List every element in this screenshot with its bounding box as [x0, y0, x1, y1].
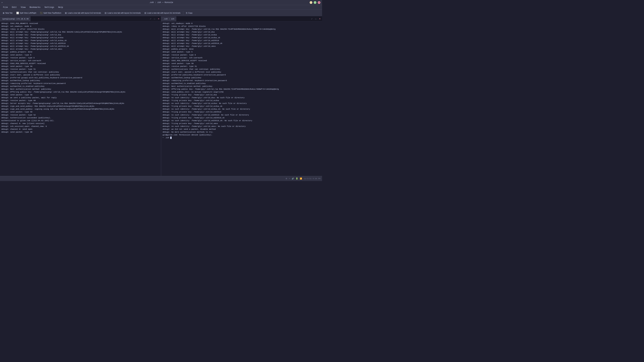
terminal-line: debug1: Authentications that can continu… — [162, 68, 321, 71]
tab-close-button-right[interactable]: ✕ — [318, 17, 322, 21]
terminal-line: debug1: Will attempt key: /home/gly/.ssh… — [162, 28, 321, 31]
tab-right-title: .ssh : zsh — [163, 18, 174, 20]
main-area: (gongluyang) 172.18.8.40 ⤢ □ ✕ debug1: S… — [0, 16, 322, 176]
layout-2x2-label: Load a new tab with layout 2x2 terminals — [68, 12, 101, 14]
terminal-line: debug1: Next authentication method: publ… — [162, 85, 321, 88]
plus-icon: ⊕ — [3, 12, 4, 14]
terminal-line: debug2: pubkey_prepare: done — [162, 48, 321, 51]
terminal-line: debug2: set_newkeys: mode 0 — [1, 25, 160, 28]
terminal-line: debug2: ssh_session2_open: channel_new: … — [1, 125, 160, 128]
terminal-line: debug3: sign_and_send_pubkey: RSA SHA256… — [1, 105, 160, 108]
tab-maximize-button-right[interactable]: □ — [314, 17, 318, 21]
terminal-line: debug3: preferred publickey,keyboard-int… — [162, 73, 321, 76]
title-bar: ▶ .ssh : zsh — Konsole ─ □ ✕ — [0, 0, 322, 5]
terminal-line: debug1: Trying private key: /home/gly/.s… — [162, 111, 321, 113]
tab-detach-button-right[interactable]: ⤢ — [310, 17, 313, 21]
status-system: 🖥 — [285, 177, 287, 180]
terminal-line: debug3: no such identity: /home/gly/.ssh… — [162, 114, 321, 116]
tab-bar-right: .ssh : zsh ⤢ □ ✕ — [161, 16, 322, 21]
terminal-line: debug3: receive packet: type 6 — [1, 56, 160, 59]
terminal-line: debug3: we sent a publickey packet, wait… — [1, 96, 160, 99]
menu-file[interactable]: File — [1, 6, 10, 9]
terminal-line: debug3: remaining preferred: keyboard-in… — [162, 79, 321, 82]
terminal-line: git@gitee.com: Permission denied (public… — [162, 134, 321, 136]
terminal-line: debug1: Will attempt key: /home/gly/.ssh… — [162, 42, 321, 45]
split-tb-icon: ⬛ — [40, 12, 42, 14]
layout-2x2-button[interactable]: ⊞ Load a new tab with layout 2x2 termina… — [63, 10, 103, 15]
maximize-button[interactable]: □ — [314, 1, 316, 4]
terminal-line: debug3: preferred gssapi-with-mic,public… — [1, 76, 160, 79]
terminal-line: debug1: Trying private key: /home/gly/.s… — [162, 116, 321, 119]
split-view-lr-button[interactable]: ⬜ Split View Left/Right — [14, 10, 38, 15]
layout-2x1-button-2[interactable]: ⊟ Load a new tab with layout 2x1 termina… — [143, 10, 182, 15]
status-network: 📶 — [300, 177, 302, 180]
tab-left[interactable]: (gongluyang) 172.18.8.40 — [0, 16, 31, 21]
menu-settings[interactable]: Settings — [43, 6, 56, 9]
terminal-line: debug3: receive packet: type 60 — [1, 99, 160, 102]
window-icon: ▶ — [2, 1, 3, 3]
terminal-line: debug3: receive packet: type 6 — [162, 54, 321, 56]
terminal-line: debug1: Will attempt key: /home/gongluya… — [1, 33, 160, 36]
copy-button[interactable]: ⎘ Copy — [184, 10, 194, 15]
terminal-line: debug1: Will attempt key: /home/gly/.ssh… — [162, 36, 321, 39]
terminal-line: debug3: authmethod_is_enabled publickey — [162, 82, 321, 85]
terminal-line: debug1: SSH2_MSG_NEWKEYS received — [1, 22, 160, 25]
tab-maximize-button-left[interactable]: □ — [153, 17, 156, 21]
menu-view[interactable]: View — [19, 6, 27, 9]
terminal-line: debug3: receive packet: type 51 — [1, 68, 160, 71]
terminal-line: debug3: send packet: type 5 — [1, 54, 160, 56]
tab-close-button-left[interactable]: ✕ — [157, 17, 160, 21]
terminal-line: debug1: SSH2_MSG_SERVICE_ACCEPT received — [162, 59, 321, 62]
terminal-line: debug2: pubkey_prepare: done — [1, 51, 160, 53]
datetime-text: 11/2/21 8:36 PM — [304, 178, 320, 180]
layout-2x1-label-2: Load a new tab with layout 2x1 terminals — [147, 12, 180, 14]
system-icon: 🖥 — [285, 177, 287, 180]
terminal-line: debug2: channel 0: send open — [1, 128, 160, 131]
terminal-line: debug2: service_accept: ssh-userauth — [162, 56, 321, 59]
menu-bar: File Edit View Bookmarks Settings Help — [0, 5, 322, 10]
terminal-line: debug3: authmethod_is_enabled publickey — [1, 85, 160, 88]
terminal-line: debug3: send packet: type 50 — [162, 62, 321, 65]
new-tab-button[interactable]: ⊕ New Tab — [1, 10, 14, 15]
terminal-line: debug1: Will attempt key: /home/gongluya… — [1, 45, 160, 48]
terminal-output-right[interactable]: debug2: set_newkeys: mode 0debug1: rekey… — [161, 21, 322, 176]
copy-label: Copy — [188, 12, 192, 14]
terminal-line: debug1: No more authentication methods t… — [162, 131, 321, 134]
layout-2x1-icon-1: ⊟ — [105, 12, 106, 14]
menu-help[interactable]: Help — [56, 6, 65, 9]
minimize-button[interactable]: ─ — [310, 1, 312, 4]
tab-right[interactable]: .ssh : zsh — [161, 16, 176, 21]
terminal-line: debug1: Will attempt key: /home/gongluya… — [1, 48, 160, 51]
terminal-line: debug3: send packet: type 5 — [162, 51, 321, 53]
split-view-tb-button[interactable]: ⬛ Split View Top/Bottom — [38, 10, 63, 15]
terminal-line: debug3: receive packet: type 51 — [162, 65, 321, 68]
terminal-line: debug1: Next authentication method: publ… — [1, 88, 160, 91]
tab-detach-button-left[interactable]: ⤢ — [149, 17, 152, 21]
terminal-line: debug3: no such identity: /home/gly/.ssh… — [162, 125, 321, 128]
menu-bookmarks[interactable]: Bookmarks — [28, 6, 42, 9]
close-button[interactable]: ✕ — [318, 1, 320, 4]
tab-left-title: (gongluyang) 172.18.8.40 — [2, 18, 28, 20]
battery-icon: 🔋 — [296, 177, 298, 180]
layout-2x2-icon: ⊞ — [65, 12, 67, 14]
terminal-output-left[interactable]: debug1: SSH2_MSG_NEWKEYS receiveddebug2:… — [0, 21, 161, 176]
terminal-line: debug1: Offering public key: /home/gongl… — [1, 91, 160, 93]
terminal-line: debug1: Will attempt key: /home/gly/.ssh… — [162, 31, 321, 33]
terminal-line: debug1: Offering public key: /home/gly/.… — [162, 88, 321, 91]
terminal-line: debug2: we did not send a packet, disabl… — [162, 128, 321, 131]
terminal-line: debug3: receive packet: type 52 — [1, 114, 160, 116]
tab-controls-left: ⤢ □ ✕ — [149, 16, 161, 21]
layout-2x1-button-1[interactable]: ⊟ Load a new tab with layout 2x1 termina… — [103, 10, 142, 15]
keyboard-icon: ⌨ — [289, 177, 290, 180]
audio-icon: 🔊 — [292, 177, 294, 180]
terminal-line: debug1: send_pubkey_test: no mutual sign… — [162, 91, 321, 93]
terminal-line: debug1: Will attempt key: /home/gongluya… — [1, 39, 160, 42]
terminal-line: debug1: Server accepts key: /home/gonglu… — [1, 102, 160, 105]
terminal-line: debug1: Trying private key: /home/gly/.s… — [162, 93, 321, 96]
terminal-line: debug1: channel 0: new [client-session] — [1, 122, 160, 125]
menu-edit[interactable]: Edit — [10, 6, 18, 9]
terminal-line: debug3: sign_and_send_pubkey: signing us… — [1, 108, 160, 111]
status-battery: 🔋 — [296, 177, 298, 180]
toolbar: ⊕ New Tab ⬜ Split View Left/Right ⬛ Spli… — [0, 10, 322, 16]
network-icon: 📶 — [300, 177, 302, 180]
